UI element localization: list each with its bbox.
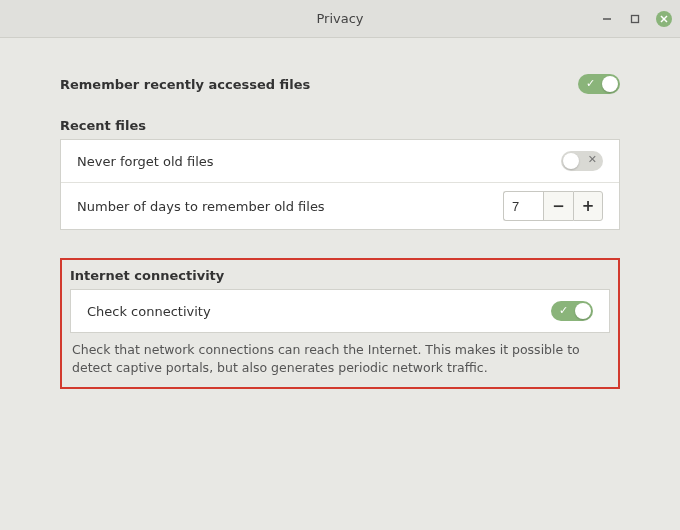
never-forget-toggle[interactable]: ✕ — [561, 151, 603, 171]
days-decrement-button[interactable]: − — [543, 191, 573, 221]
check-connectivity-toggle[interactable]: ✓ — [551, 301, 593, 321]
remember-files-row: Remember recently accessed files ✓ — [60, 68, 620, 100]
days-stepper: − + — [503, 191, 603, 221]
connectivity-header: Internet connectivity — [70, 268, 610, 283]
titlebar: Privacy — [0, 0, 680, 38]
toggle-knob — [563, 153, 579, 169]
svg-rect-1 — [632, 16, 639, 23]
remember-files-toggle[interactable]: ✓ — [578, 74, 620, 94]
days-input[interactable] — [503, 191, 543, 221]
days-label: Number of days to remember old files — [77, 199, 325, 214]
toggle-knob — [602, 76, 618, 92]
maximize-button[interactable] — [628, 12, 642, 26]
window-title: Privacy — [0, 11, 680, 26]
days-increment-button[interactable]: + — [573, 191, 603, 221]
never-forget-row: Never forget old files ✕ — [61, 140, 619, 182]
check-icon: ✓ — [586, 78, 595, 89]
x-icon: ✕ — [588, 154, 597, 165]
check-connectivity-label: Check connectivity — [87, 304, 211, 319]
connectivity-panel: Check connectivity ✓ — [70, 289, 610, 333]
check-icon: ✓ — [559, 305, 568, 316]
toggle-knob — [575, 303, 591, 319]
close-button[interactable] — [656, 11, 672, 27]
recent-files-header: Recent files — [60, 118, 620, 133]
window-controls — [600, 0, 672, 38]
never-forget-label: Never forget old files — [77, 154, 214, 169]
minimize-button[interactable] — [600, 12, 614, 26]
days-row: Number of days to remember old files − + — [61, 182, 619, 229]
connectivity-section-highlight: Internet connectivity Check connectivity… — [60, 258, 620, 389]
remember-files-label: Remember recently accessed files — [60, 77, 310, 92]
check-connectivity-row: Check connectivity ✓ — [71, 290, 609, 332]
content-area: Remember recently accessed files ✓ Recen… — [0, 38, 680, 419]
connectivity-description: Check that network connections can reach… — [62, 333, 618, 387]
recent-files-panel: Never forget old files ✕ Number of days … — [60, 139, 620, 230]
